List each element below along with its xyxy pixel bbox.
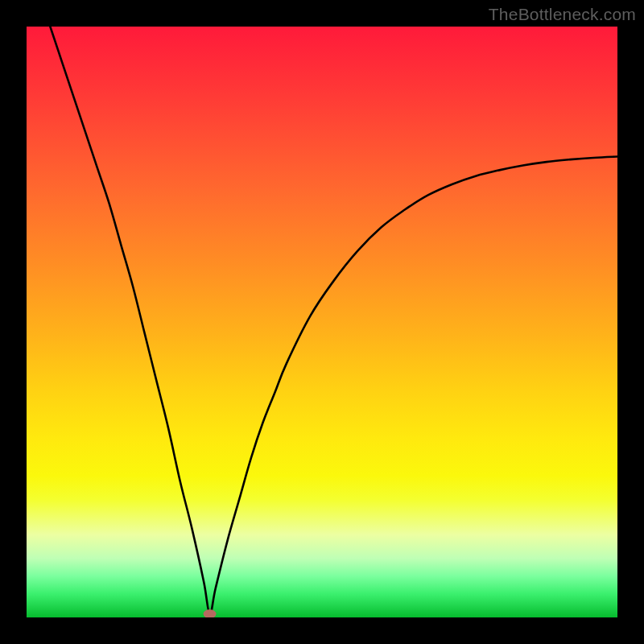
plot-area (27, 27, 617, 617)
chart-frame: TheBottleneck.com (0, 0, 644, 644)
bottleneck-curve (27, 27, 617, 617)
watermark-text: TheBottleneck.com (489, 5, 636, 24)
minimum-marker-icon (204, 609, 217, 617)
curve-line (50, 27, 617, 614)
